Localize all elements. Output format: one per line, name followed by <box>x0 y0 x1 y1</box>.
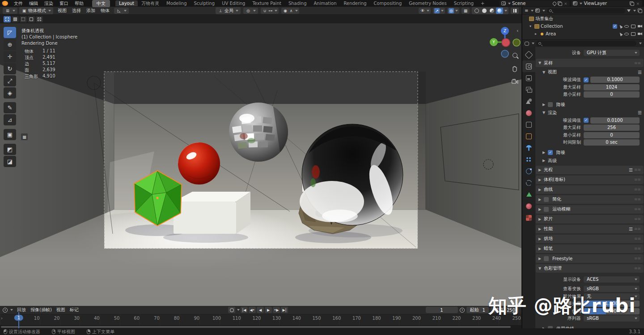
panel-section-体积(卷标)[interactable]: ▶体积(卷标)≡≡ <box>536 176 644 185</box>
prev-keyframe-button[interactable]: ◀• <box>249 307 256 313</box>
preset-menu-icon[interactable]: ☰ <box>629 168 632 172</box>
camera-icon[interactable] <box>638 25 642 28</box>
section-checkbox[interactable]: ✓ <box>548 150 553 155</box>
overlays-toggle[interactable]: ◎ <box>447 8 459 14</box>
panel-section-简化[interactable]: ▶简化≡≡ <box>536 195 644 204</box>
panel-drag-icon[interactable]: ≡≡ <box>634 177 641 182</box>
expand-arrow-icon[interactable]: ▶ <box>538 227 542 231</box>
viewport-widget-button[interactable]: ▦ <box>21 133 28 141</box>
extra-tool-1-button[interactable]: ◩ <box>4 144 16 155</box>
timeline-menu-标记[interactable]: 标记 <box>68 307 81 312</box>
panel-section-胶片[interactable]: ▶胶片≡≡ <box>536 215 644 224</box>
property-field-最小采样[interactable]: 0 <box>584 132 640 138</box>
expand-arrow-icon[interactable]: ▸ <box>535 32 538 36</box>
gizmos-toggle[interactable]: ↗ <box>433 8 445 14</box>
outliner-row-Collection[interactable]: ▾Collection✓ <box>522 22 644 30</box>
property-field-噪波阈值[interactable]: 0.0100 <box>590 117 640 124</box>
new-collection-icon[interactable] <box>638 9 642 13</box>
panel-section-采样[interactable]: ▼采样≡≡ <box>536 59 644 68</box>
transform-tool-button[interactable]: ◈ <box>4 87 16 99</box>
property-field-最大采样[interactable]: 1024 <box>584 84 640 90</box>
play-reverse-button[interactable]: ◀ <box>257 307 264 313</box>
snap-target-icon[interactable]: ⊶ <box>268 8 273 13</box>
expand-arrow-icon[interactable]: ▶ <box>538 237 542 241</box>
scene-selector[interactable]: Scene × <box>500 0 570 6</box>
expand-arrow-icon[interactable]: ▾ <box>530 24 533 28</box>
expand-arrow-icon[interactable]: ▼ <box>542 70 546 74</box>
properties-tab-output[interactable] <box>522 72 535 84</box>
workspace-tab-Texture Paint[interactable]: Texture Paint <box>249 0 285 6</box>
measure-tool-button[interactable]: ⊿ <box>4 114 16 125</box>
viewport-render[interactable] <box>0 23 521 306</box>
workspace-tab-Compositing[interactable]: Compositing <box>370 0 406 6</box>
pause-render-button[interactable] <box>511 8 519 14</box>
extra-tool-2-button[interactable]: ◪ <box>4 156 16 167</box>
topbar-menu-文件[interactable]: 文件 <box>11 0 26 6</box>
panel-section-性能[interactable]: ▶性能☰≡≡ <box>536 225 644 234</box>
panel-drag-icon[interactable]: ≡≡ <box>634 227 641 231</box>
properties-tab-object-data[interactable] <box>522 189 535 200</box>
panel-drag-icon[interactable]: ≡≡ <box>634 207 641 211</box>
properties-tab-modifiers[interactable] <box>522 142 535 154</box>
workspace-tab-UV Editing[interactable]: UV Editing <box>218 0 249 6</box>
use-preview-range-icon[interactable] <box>460 308 465 313</box>
3d-viewport[interactable] <box>0 23 521 306</box>
outliner-search-input[interactable] <box>547 8 625 13</box>
new-viewlayer-icon[interactable] <box>630 1 634 5</box>
timeline-menu-报像(插帧)[interactable]: 报像(插帧) <box>28 307 54 312</box>
properties-tab-particles[interactable] <box>522 154 535 165</box>
preset-menu-icon[interactable]: ☰ <box>629 227 632 232</box>
properties-tab-tool[interactable] <box>522 49 535 60</box>
panel-subsection-降噪[interactable]: ▶✓降噪 <box>535 149 644 157</box>
properties-tab-physics[interactable] <box>522 165 535 177</box>
language-button[interactable]: 中文 <box>92 0 110 7</box>
panel-section-色彩管理[interactable]: ▼色彩管理≡≡ <box>536 264 644 273</box>
topbar-menu-编辑[interactable]: 编辑 <box>26 0 41 6</box>
select-mode-invert-button[interactable] <box>28 16 35 22</box>
camera-icon[interactable] <box>638 32 642 36</box>
section-checkbox[interactable] <box>544 256 549 261</box>
camera-view-button[interactable] <box>510 77 520 86</box>
expand-arrow-icon[interactable]: ▼ <box>538 61 542 65</box>
properties-tab-material[interactable] <box>522 200 535 212</box>
next-keyframe-button[interactable]: •▶ <box>273 307 280 313</box>
scale-tool-button[interactable]: ⤢ <box>4 75 16 86</box>
pan-button[interactable] <box>510 64 520 74</box>
preset-menu-icon[interactable]: ☰ <box>638 70 641 75</box>
workspace-tab-Scripting[interactable]: Scripting <box>450 0 477 6</box>
panel-drag-icon[interactable]: ≡≡ <box>634 256 641 261</box>
expand-arrow-icon[interactable]: ▶ <box>538 247 542 251</box>
properties-tab-scene[interactable] <box>522 95 535 107</box>
panel-drag-icon[interactable]: ≡≡ <box>634 187 641 192</box>
workspace-tab-Rendering[interactable]: Rendering <box>340 0 370 6</box>
properties-editor-icon[interactable] <box>525 42 529 46</box>
proportional-edit-icon[interactable]: ◉ <box>283 8 288 13</box>
current-frame-field[interactable]: 1 <box>426 307 458 313</box>
zoom-button[interactable] <box>510 50 520 60</box>
outliner-row-场景集合[interactable]: 场景集合 <box>522 15 644 22</box>
transform-options-button[interactable]: ◺ <box>114 8 129 14</box>
sidebar-collapse-arrow[interactable]: ‹ <box>517 28 518 34</box>
properties-search-input[interactable] <box>536 41 636 46</box>
close-icon[interactable]: × <box>635 1 640 6</box>
panel-section-Freestyle[interactable]: ▶Freestyle≡≡ <box>536 254 644 263</box>
property-field-显示设备[interactable]: ACES <box>584 276 640 283</box>
topbar-menu-渲染[interactable]: 渲染 <box>41 0 56 6</box>
expand-arrow-icon[interactable]: ▶ <box>538 198 542 202</box>
panel-subsection-降噪[interactable]: ▶降噪 <box>535 101 644 109</box>
properties-tab-constraints[interactable] <box>522 177 535 189</box>
falloff-icon[interactable]: ∧ <box>288 8 294 13</box>
panel-section-运动模糊[interactable]: ▶运动模糊≡≡ <box>536 205 644 214</box>
expand-arrow-icon[interactable]: ▶ <box>538 257 542 261</box>
expand-arrow-icon[interactable]: ▼ <box>542 111 546 115</box>
eye-icon[interactable] <box>624 33 629 35</box>
properties-tab-collection[interactable] <box>522 119 535 130</box>
panel-subsection-渲染[interactable]: ▼渲染☰ <box>535 109 644 117</box>
property-field-查看变换[interactable]: sRGB <box>584 286 640 292</box>
preset-menu-icon[interactable]: ☰ <box>638 110 641 115</box>
workspace-tab-Geometry Nodes[interactable]: Geometry Nodes <box>405 0 450 6</box>
panel-section-曲线[interactable]: ▶曲线≡≡ <box>536 185 644 194</box>
select-mode-extend-button[interactable] <box>12 16 19 22</box>
section-checkbox[interactable] <box>544 207 549 212</box>
xray-toggle[interactable]: ▦ <box>462 8 470 14</box>
